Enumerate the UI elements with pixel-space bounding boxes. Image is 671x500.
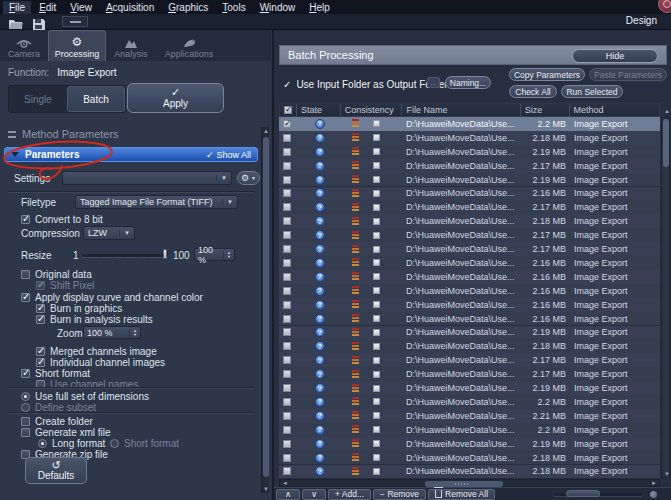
table-row[interactable]: ?D:\HuaweiMoveData\Use...2.16 MBImage Ex… (279, 270, 660, 284)
row-checkbox-cell[interactable] (279, 242, 296, 256)
resize-percent-spinner[interactable]: 100 % ▲▼ (194, 248, 235, 261)
row-checkbox-cell[interactable] (279, 284, 296, 298)
move-down-button[interactable]: ∨ (302, 489, 326, 500)
use-input-folder-checkbox[interactable]: ✓ Use Input Folder as Output Folder (283, 79, 448, 90)
table-row[interactable]: ?D:\HuaweiMoveData\Use...2.2 MBImage Exp… (279, 117, 660, 131)
table-row[interactable]: ?D:\HuaweiMoveData\Use...2.19 MBImage Ex… (279, 381, 660, 395)
apply-button[interactable]: ✓ Apply (127, 83, 224, 113)
row-checkbox[interactable] (283, 356, 291, 364)
table-row[interactable]: ?D:\HuaweiMoveData\Use...2.19 MBImage Ex… (279, 173, 660, 187)
table-horizontal-scrollbar[interactable]: ◄ ► (279, 479, 660, 487)
row-checkbox[interactable] (283, 259, 291, 267)
row-checkbox[interactable] (283, 315, 291, 323)
scroll-up-icon[interactable]: ▲ (263, 128, 269, 134)
row-checkbox[interactable] (283, 412, 291, 420)
header-state[interactable]: State (297, 104, 341, 116)
row-checkbox[interactable] (283, 120, 291, 128)
table-row[interactable]: ?D:\HuaweiMoveData\Use...2.18 MBImage Ex… (279, 465, 660, 479)
header-method[interactable]: Method (570, 104, 660, 116)
settings-gear-button[interactable]: ⚙▼ (237, 171, 260, 185)
zoom-slider-knob[interactable] (566, 490, 600, 497)
row-checkbox-cell[interactable] (279, 173, 296, 187)
row-checkbox[interactable] (283, 189, 291, 197)
row-checkbox-cell[interactable] (279, 312, 296, 326)
naming-button[interactable]: Naming... (445, 76, 491, 89)
row-checkbox[interactable] (283, 398, 291, 406)
parameters-bar[interactable]: Parameters ✓ Show All (4, 147, 258, 162)
resize-slider-handle[interactable] (163, 249, 167, 259)
menu-item-window[interactable]: Window (254, 1, 302, 14)
paste-parameters-button[interactable]: Paste Parameters (589, 68, 667, 81)
check-all-button[interactable]: Check All (509, 85, 557, 98)
tab-analysis[interactable]: Analysis (106, 30, 156, 61)
header-consistency[interactable]: Consistency (341, 104, 403, 116)
row-checkbox-cell[interactable] (279, 326, 296, 340)
row-checkbox[interactable] (283, 231, 291, 239)
scroll-right-icon[interactable]: ► (651, 480, 657, 486)
convert-8bit-checkbox[interactable]: Convert to 8 bit (21, 214, 103, 225)
row-checkbox[interactable] (283, 162, 291, 170)
row-checkbox[interactable] (283, 342, 291, 350)
row-checkbox[interactable] (283, 245, 291, 253)
create-folder-checkbox[interactable]: Create folder (21, 416, 93, 427)
table-row[interactable]: ?D:\HuaweiMoveData\Use...2.17 MBImage Ex… (279, 159, 660, 173)
table-row[interactable]: ?D:\HuaweiMoveData\Use...2.18 MBImage Ex… (279, 339, 660, 353)
header-check-cell[interactable] (280, 104, 297, 116)
table-row[interactable]: ?D:\HuaweiMoveData\Use...2.16 MBImage Ex… (279, 187, 660, 201)
tab-applications[interactable]: Applications (156, 30, 222, 61)
row-checkbox[interactable] (283, 426, 291, 434)
scroll-left-icon[interactable]: ◄ (282, 480, 288, 486)
run-selected-button[interactable]: Run Selected (561, 85, 623, 98)
original-data-checkbox[interactable]: Original data (21, 269, 92, 280)
row-checkbox[interactable] (283, 203, 291, 211)
row-checkbox-cell[interactable] (279, 228, 296, 242)
row-checkbox[interactable] (283, 467, 291, 475)
row-checkbox-cell[interactable] (279, 465, 296, 479)
resize-slider[interactable] (82, 254, 168, 257)
table-row[interactable]: ?D:\HuaweiMoveData\Use...2.16 MBImage Ex… (279, 312, 660, 326)
row-checkbox-cell[interactable] (279, 367, 296, 381)
table-row[interactable]: ?D:\HuaweiMoveData\Use...2.16 MBImage Ex… (279, 256, 660, 270)
tab-camera[interactable]: Camera (0, 30, 48, 61)
table-row[interactable]: ?D:\HuaweiMoveData\Use...2.2 MBImage Exp… (279, 395, 660, 409)
table-row[interactable]: ?D:\HuaweiMoveData\Use...2.18 MBImage Ex… (279, 451, 660, 465)
table-row[interactable]: ?D:\HuaweiMoveData\Use...2.17 MBImage Ex… (279, 242, 660, 256)
save-icon[interactable] (32, 16, 48, 28)
row-checkbox-cell[interactable] (279, 409, 296, 423)
table-row[interactable]: ?D:\HuaweiMoveData\Use...2.16 MBImage Ex… (279, 298, 660, 312)
scroll-down-icon[interactable]: ▼ (664, 471, 670, 477)
merged-channels-checkbox[interactable]: Merged channels image (36, 346, 157, 357)
move-up-button[interactable]: ∧ (276, 489, 300, 500)
table-vertical-scrollbar[interactable]: ▲ ▼ (661, 117, 670, 478)
table-row[interactable]: ?D:\HuaweiMoveData\Use...2.19 MBImage Ex… (279, 145, 660, 159)
row-checkbox[interactable] (283, 454, 291, 462)
row-checkbox-cell[interactable] (279, 145, 296, 159)
scrollbar-thumb[interactable] (663, 119, 669, 167)
copy-parameters-button[interactable]: Copy Parameters (509, 68, 585, 81)
menu-item-help[interactable]: Help (303, 1, 336, 14)
row-checkbox[interactable] (283, 273, 291, 281)
row-checkbox-cell[interactable] (279, 131, 296, 145)
design-mode-label[interactable]: Design (626, 15, 657, 26)
burn-in-graphics-checkbox[interactable]: Burn in graphics (36, 303, 122, 314)
row-checkbox-cell[interactable] (279, 381, 296, 395)
row-checkbox[interactable] (283, 176, 291, 184)
remove-all-button[interactable]: Remove All (428, 489, 495, 500)
row-checkbox[interactable] (283, 370, 291, 378)
table-row[interactable]: ?D:\HuaweiMoveData\Use...2.2 MBImage Exp… (279, 423, 660, 437)
use-channel-names-checkbox[interactable]: Use channel names (36, 379, 138, 390)
tab-processing[interactable]: ⚙ Processing (48, 30, 106, 61)
xml-long-format-radio[interactable]: Long format (38, 438, 105, 449)
scrollbar-thumb[interactable] (263, 137, 269, 477)
add-button[interactable]: + Add... (328, 489, 371, 500)
table-row[interactable]: ?D:\HuaweiMoveData\Use...2.19 MBImage Ex… (279, 437, 660, 451)
select-all-checkbox[interactable] (284, 106, 292, 114)
row-checkbox-cell[interactable] (279, 256, 296, 270)
row-checkbox[interactable] (283, 384, 291, 392)
individual-channels-checkbox[interactable]: Individual channel images (36, 357, 165, 368)
scroll-up-icon[interactable]: ▲ (664, 108, 670, 114)
row-checkbox[interactable] (283, 134, 291, 142)
table-row[interactable]: ?D:\HuaweiMoveData\Use...2.17 MBImage Ex… (279, 367, 660, 381)
table-row[interactable]: ?D:\HuaweiMoveData\Use...2.18 MBImage Ex… (279, 131, 660, 145)
row-checkbox-cell[interactable] (279, 423, 296, 437)
